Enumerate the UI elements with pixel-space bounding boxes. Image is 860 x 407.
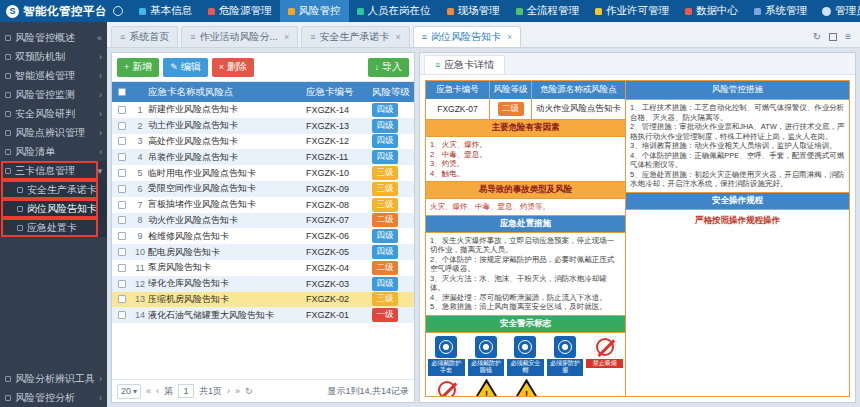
row-checkbox[interactable] [118,248,126,256]
import-button[interactable]: ↓导入 [368,58,410,77]
risk-level-badge: 一级 [372,308,398,322]
row-checkbox[interactable] [118,169,126,177]
menu-bullet-icon [5,130,11,136]
tab-safety-commitment-card[interactable]: ≡安全生产承诺卡× [301,26,410,47]
nav-item-whole-process[interactable]: 全流程管理 [508,0,588,22]
table-row[interactable]: 14液化石油气储罐重大风险告知卡FXGZK-01一级 [112,307,414,323]
sidebar-item-risk-list[interactable]: 风险清单› [0,142,107,161]
card-code: FXGZK-14 [306,105,372,115]
brand: S 智能化管控平台 [4,4,131,19]
row-checkbox[interactable] [118,264,126,272]
page-size-select[interactable]: 20▾ [117,384,141,399]
tab-tools: ↻ ≡ [808,26,856,47]
tab-home[interactable]: ≡系统首页 [111,26,178,47]
accidents-text: 火灾、爆炸、中毒、窒息、灼烫等。 [426,199,625,216]
table-row[interactable]: 5临时用电作业风险点告知卡FXGZK-10三级 [112,165,414,181]
table-row[interactable]: 8动火作业风险点告知卡FXGZK-07二级 [112,213,414,229]
nav-item-hazard-source[interactable]: 危险源管理 [200,0,280,22]
menu-bullet-icon [5,168,11,174]
table-row[interactable]: 12绿化仓库风险告知卡FXGZK-03四级 [112,276,414,292]
add-button[interactable]: +新增 [117,58,159,77]
row-checkbox[interactable] [118,232,126,240]
page-number-input[interactable]: 1 [178,384,194,398]
card-code: FXGZK-03 [306,279,372,289]
nav-item-work-permit[interactable]: 作业许可管理 [587,0,677,22]
next-page-button[interactable]: › [227,386,230,396]
sidebar-group-three-cards[interactable]: 三卡信息管理▾ [0,161,107,180]
row-checkbox[interactable] [118,201,126,209]
chevron-right-icon: › [99,374,102,384]
nav-item-basic-info[interactable]: 基本信息 [131,0,200,22]
card-name: 动土作业风险点告知卡 [148,119,306,132]
table-row[interactable]: 1新建作业风险点告知卡FXGZK-14四级 [112,102,414,118]
edit-button[interactable]: ✎编辑 [163,58,208,77]
sidebar-item-risk-monitoring[interactable]: 风险管控监测› [0,85,107,104]
info-circle-icon[interactable] [113,6,123,16]
row-checkbox[interactable] [118,137,126,145]
delete-button[interactable]: ×删除 [212,58,254,77]
last-page-button[interactable]: » [235,386,240,396]
row-checkbox[interactable] [118,185,126,193]
first-page-button[interactable]: « [146,386,151,396]
table-row[interactable]: 7盲板抽堵作业风险点告知卡FXGZK-08三级 [112,197,414,213]
mandatory-sign-suit: 必须穿防护服 [547,336,584,376]
close-icon[interactable]: × [507,32,512,42]
risk-level-badge: 四级 [372,119,398,133]
sidebar-item-risk-overview[interactable]: 风险管控概述« [0,28,107,47]
prev-page-button[interactable]: ‹ [156,386,159,396]
sidebar-item-safety-risk-judgement[interactable]: 安全风险研判› [0,104,107,123]
sidebar-item-dual-prevention[interactable]: 双预防机制› [0,47,107,66]
row-checkbox[interactable] [118,106,126,114]
row-checkbox[interactable] [118,280,126,288]
table-body: 1新建作业风险点告知卡FXGZK-14四级 2动土作业风险点告知卡FXGZK-1… [112,102,414,379]
row-checkbox[interactable] [118,295,126,303]
page-label: 第 [164,385,173,398]
tab-post-risk-card[interactable]: ≡岗位风险告知卡× [413,26,522,47]
table-row[interactable]: 2动土作业风险点告知卡FXGZK-13四级 [112,118,414,134]
card-name: 临时用电作业风险点告知卡 [148,167,306,180]
sidebar-item-emergency-card[interactable]: 应急处置卡 [0,218,107,237]
sidebar-item-risk-identification[interactable]: 风险点辨识管理› [0,123,107,142]
no-smoking-sign: 禁止吸烟 [586,336,623,376]
refresh-list-button[interactable]: ↻ [245,386,253,396]
sidebar-item-risk-analysis-tools[interactable]: 风险分析辨识工具› [0,369,107,388]
sidebar-item-post-risk-card[interactable]: 岗位风险告知卡 [0,199,107,218]
table-row[interactable]: 6受限空间作业风险点告知卡FXGZK-09三级 [112,181,414,197]
nav-item-site-management[interactable]: 现场管理 [439,0,508,22]
risk-level-badge: 二级 [372,261,398,275]
row-checkbox[interactable] [118,122,126,130]
tab-menu-icon[interactable]: ≡ [845,31,851,42]
refresh-icon[interactable]: ↻ [813,31,821,42]
sidebar-item-risk-control-analysis[interactable]: 风险管控分析› [0,388,107,407]
table-row-selected[interactable]: 13压缩机房风险告知卡FXGZK-02三级 [112,292,414,308]
tab-job-activity-risk[interactable]: ≡作业活动风险分...× [181,26,298,47]
card-name: 高处作业风险点告知卡 [148,135,306,148]
row-checkbox[interactable] [118,311,126,319]
sidebar-item-safety-commitment-card[interactable]: 安全生产承诺卡 [0,180,107,199]
menu-bullet-icon [5,73,11,79]
detail-risk-level-badge: 二级 [498,102,524,116]
close-icon[interactable]: × [395,32,400,42]
hazard-source-icon [208,8,215,15]
risk-level-badge: 四级 [372,150,398,164]
pencil-icon: ✎ [170,62,178,72]
nav-item-system-management[interactable]: 系统管理 [746,0,815,22]
close-icon[interactable]: × [284,32,289,42]
nav-item-personnel-on-duty[interactable]: 人员在岗在位 [349,0,439,22]
table-row[interactable]: 9检维修风险点告知卡FXGZK-06四级 [112,228,414,244]
user-menu[interactable]: 管理员 [815,0,860,22]
select-all-checkbox[interactable] [118,88,126,96]
tab-card-detail[interactable]: ≡应急卡详情 [424,55,505,74]
table-row[interactable]: 4吊装作业风险点告知卡FXGZK-11四级 [112,149,414,165]
sidebar-item-smart-inspection[interactable]: 智能巡检管理› [0,66,107,85]
table-row[interactable]: 3高处作业风险点告知卡FXGZK-12四级 [112,134,414,150]
nav-item-risk-control[interactable]: 风险管控 [280,0,349,22]
row-checkbox[interactable] [118,153,126,161]
table-row[interactable]: 10配电房风险告知卡FXGZK-05四级 [112,244,414,260]
plus-icon: + [124,62,129,72]
fullscreen-icon[interactable] [829,33,837,41]
nav-item-data-center[interactable]: 数据中心 [677,0,746,22]
row-checkbox[interactable] [118,216,126,224]
sidebar-collapse-icon[interactable]: « [97,33,102,43]
table-row[interactable]: 11泵房风险告知卡FXGZK-04二级 [112,260,414,276]
